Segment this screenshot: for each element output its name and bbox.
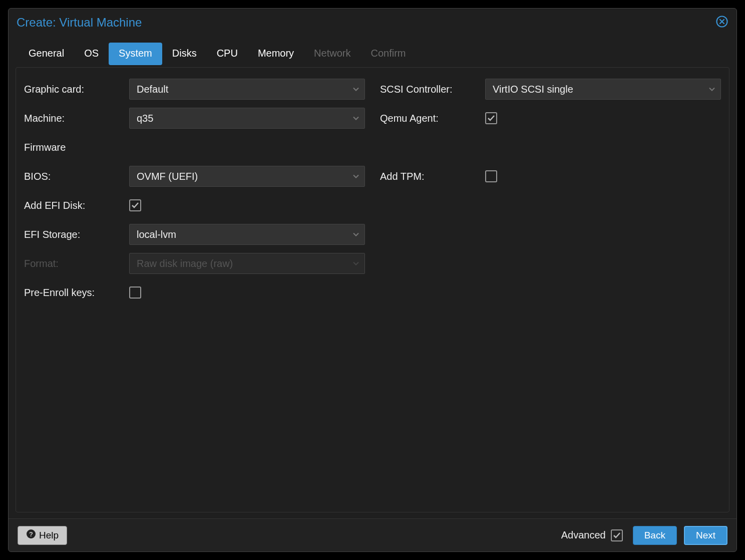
section-firmware: Firmware [24,142,70,153]
dialog-footer: ? Help Advanced Back Next [9,518,736,551]
select-bios[interactable]: OVMF (UEFI) [129,166,365,187]
chevron-down-icon [352,171,359,182]
row-bios: BIOS: OVMF (UEFI) [24,164,365,189]
row-graphic-card: Graphic card: Default [24,77,365,102]
select-value: VirtIO SCSI single [493,84,573,95]
check-icon [131,201,140,210]
help-icon: ? [26,529,36,541]
select-format: Raw disk image (raw) [129,253,365,274]
close-icon [716,16,728,30]
back-button[interactable]: Back [633,526,677,545]
label-add-tpm: Add TPM: [380,171,485,182]
label-bios: BIOS: [24,171,129,182]
row-firmware-header: Firmware [24,135,365,160]
help-button[interactable]: ? Help [18,526,67,545]
svg-text:?: ? [29,530,33,538]
select-value: Default [137,84,168,95]
tab-memory[interactable]: Memory [248,43,304,65]
select-value: OVMF (UEFI) [137,171,198,182]
advanced-label: Advanced [561,529,606,541]
advanced-toggle[interactable]: Advanced [561,529,623,541]
label-qemu-agent: Qemu Agent: [380,113,485,124]
check-icon [487,114,496,123]
form-column-right: SCSI Controller: VirtIO SCSI single Qemu… [380,77,721,503]
help-label: Help [39,530,59,541]
chevron-down-icon [352,258,359,269]
checkbox-qemu-agent[interactable] [485,112,497,124]
row-format: Format: Raw disk image (raw) [24,251,365,276]
select-efi-storage[interactable]: local-lvm [129,224,365,245]
checkbox-advanced[interactable] [611,529,623,541]
select-scsi[interactable]: VirtIO SCSI single [485,79,721,100]
label-scsi: SCSI Controller: [380,84,485,95]
label-format: Format: [24,258,129,269]
select-graphic-card[interactable]: Default [129,79,365,100]
wizard-tabs: General OS System Disks CPU Memory Netwo… [9,37,736,65]
tab-cpu[interactable]: CPU [207,43,248,65]
next-button[interactable]: Next [684,526,727,545]
form-column-left: Graphic card: Default Machine: q35 Firmw… [24,77,365,503]
chevron-down-icon [708,84,715,95]
row-machine: Machine: q35 [24,106,365,131]
tab-confirm: Confirm [360,43,416,65]
create-vm-dialog: Create: Virtual Machine General OS Syste… [8,8,737,552]
chevron-down-icon [352,113,359,124]
form-body: Graphic card: Default Machine: q35 Firmw… [16,67,729,512]
checkbox-pre-enroll[interactable] [129,287,141,299]
row-pre-enroll: Pre-Enroll keys: [24,280,365,305]
dialog-titlebar: Create: Virtual Machine [9,9,736,37]
tab-general[interactable]: General [19,43,74,65]
chevron-down-icon [352,84,359,95]
row-scsi: SCSI Controller: VirtIO SCSI single [380,77,721,102]
checkbox-add-tpm[interactable] [485,170,497,182]
row-spacer [380,135,721,160]
row-add-efi-disk: Add EFI Disk: [24,193,365,218]
row-qemu-agent: Qemu Agent: [380,106,721,131]
label-machine: Machine: [24,113,129,124]
label-graphic-card: Graphic card: [24,84,129,95]
check-icon [612,531,621,540]
label-pre-enroll: Pre-Enroll keys: [24,287,129,299]
chevron-down-icon [352,229,359,240]
select-value: q35 [137,113,153,124]
tab-os[interactable]: OS [74,43,109,65]
row-efi-storage: EFI Storage: local-lvm [24,222,365,247]
tab-network: Network [304,43,360,65]
select-value: Raw disk image (raw) [137,258,233,269]
close-button[interactable] [715,16,728,29]
label-efi-storage: EFI Storage: [24,229,129,240]
select-machine[interactable]: q35 [129,108,365,129]
select-value: local-lvm [137,229,176,240]
label-add-efi-disk: Add EFI Disk: [24,200,129,211]
dialog-title: Create: Virtual Machine [17,16,142,30]
tab-disks[interactable]: Disks [162,43,207,65]
tab-system[interactable]: System [109,43,162,65]
checkbox-add-efi-disk[interactable] [129,199,141,211]
row-add-tpm: Add TPM: [380,164,721,189]
